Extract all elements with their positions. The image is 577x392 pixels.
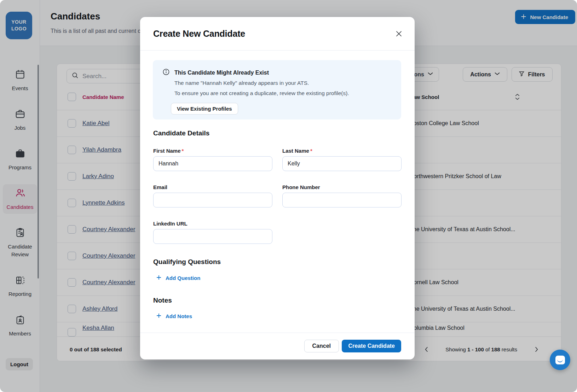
email-field: Email: [153, 184, 272, 207]
phone-label: Phone Number: [282, 184, 402, 190]
notes-heading: Notes: [153, 297, 172, 304]
warning-line-2: To ensure you are not creating a duplica…: [174, 90, 391, 97]
last-name-input[interactable]: [282, 156, 402, 171]
required-asterisk: *: [182, 148, 184, 154]
add-notes-link[interactable]: Add Notes: [156, 313, 192, 319]
cancel-button[interactable]: Cancel: [304, 340, 339, 352]
app-window: YOUR LOGO Events Jobs Programs Candidate…: [0, 0, 577, 392]
email-label: Email: [153, 184, 272, 190]
close-icon[interactable]: [393, 28, 405, 40]
add-question-link[interactable]: Add Question: [156, 275, 200, 281]
create-candidate-button[interactable]: Create Candidate: [342, 340, 401, 352]
info-icon: [163, 69, 169, 77]
modal-header: Create New Candidate: [140, 17, 415, 51]
last-name-label: Last Name*: [282, 148, 402, 154]
view-existing-profiles-button[interactable]: View Existing Profiles: [171, 103, 238, 115]
chat-launcher-button[interactable]: [550, 350, 570, 370]
create-candidate-modal: Create New Candidate This Candidate Migh…: [140, 17, 415, 359]
first-name-input[interactable]: [153, 156, 272, 171]
email-input[interactable]: [153, 193, 272, 207]
candidate-details-heading: Candidate Details: [153, 129, 209, 137]
modal-footer: Cancel Create Candidate: [140, 333, 415, 359]
add-question-label: Add Question: [166, 275, 200, 281]
add-notes-label: Add Notes: [166, 313, 192, 319]
linkedin-label: LinkedIn URL: [153, 221, 272, 227]
warning-line-1: The name "Hannah Kelly" already appears …: [174, 80, 391, 87]
linkedin-field: LinkedIn URL: [153, 221, 272, 244]
qualifying-questions-heading: Qualifying Questions: [153, 258, 221, 266]
chat-icon: [555, 356, 565, 364]
first-name-field: First Name*: [153, 148, 272, 171]
phone-field: Phone Number: [282, 184, 402, 207]
warning-title: This Candidate Might Already Exist: [174, 70, 269, 76]
first-name-label: First Name*: [153, 148, 272, 154]
duplicate-warning-banner: This Candidate Might Already Exist The n…: [153, 60, 401, 119]
linkedin-input[interactable]: [153, 229, 272, 244]
modal-title: Create New Candidate: [153, 29, 245, 39]
last-name-field: Last Name*: [282, 148, 402, 171]
plus-icon: [156, 313, 161, 319]
required-asterisk: *: [310, 148, 312, 154]
phone-input[interactable]: [282, 193, 402, 207]
plus-icon: [156, 275, 161, 281]
